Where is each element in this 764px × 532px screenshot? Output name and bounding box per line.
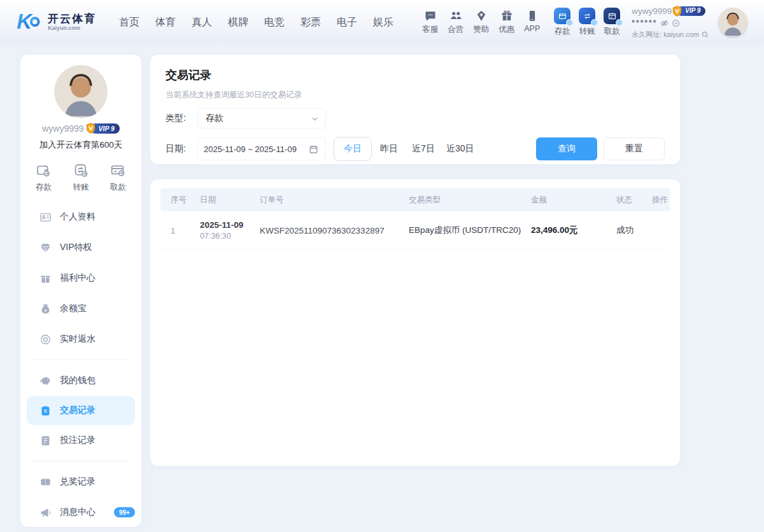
kaiyun-logo-icon: K	[17, 10, 43, 34]
nav-entertainment[interactable]: 娱乐	[373, 16, 393, 29]
vip-badge[interactable]: VIP 9	[677, 6, 705, 16]
sidebar-item-wallet[interactable]: 我的钱包	[20, 365, 141, 396]
chevron-circle-icon[interactable]	[672, 19, 680, 27]
nav-esports[interactable]: 电竞	[264, 16, 285, 29]
brand-logo[interactable]: K 开云体育 Kaiyun.com	[17, 10, 96, 34]
joined-days-text: 加入开云体育第600天	[20, 139, 141, 151]
sponsor-button[interactable]: 赞助	[473, 10, 489, 35]
sidebar-divider	[31, 461, 131, 461]
sidebar-item-label: 投注记录	[60, 435, 96, 446]
customer-service-button[interactable]: 客服	[422, 10, 438, 35]
range-today-button[interactable]: 今日	[334, 137, 372, 161]
sidebar-deposit-button[interactable]: 存款	[36, 162, 52, 193]
sidebar-item-transactions[interactable]: 交易记录	[27, 396, 135, 425]
piggy-wallet-icon	[39, 375, 52, 387]
promotions-label: 优惠	[499, 24, 514, 35]
magnifier-icon[interactable]	[701, 31, 709, 39]
promotions-button[interactable]: 优惠	[499, 10, 514, 35]
row-time: 07:36:30	[200, 232, 260, 241]
deposit-button[interactable]: 存款	[554, 8, 570, 37]
transfer-badge-dot	[591, 19, 598, 26]
sidebar-item-profile[interactable]: 个人资料	[20, 202, 141, 232]
range-yesterday-button[interactable]: 昨日	[372, 137, 406, 161]
sidebar-avatar-image	[54, 65, 108, 118]
nav-slots[interactable]: 电子	[337, 16, 357, 29]
sidebar-item-label: 我的钱包	[60, 375, 96, 386]
sidebar-item-rebate[interactable]: 实时返水	[20, 324, 141, 354]
transfer-label: 转账	[579, 26, 595, 37]
row-status: 成功	[616, 225, 652, 236]
nav-sports[interactable]: 体育	[155, 16, 176, 29]
sidebar-vip-shield-icon	[85, 122, 97, 134]
welfare-gift-icon	[39, 272, 52, 284]
gem-icon	[39, 242, 52, 254]
withdraw-button[interactable]: 取款	[604, 8, 620, 37]
diamond-badge-icon	[475, 10, 488, 22]
row-transaction-type: EBpay虚拟币 (USDT/TRC20)	[409, 225, 531, 236]
sidebar-item-bets[interactable]: 投注记录	[20, 425, 141, 456]
header-service-actions: 客服 合营 赞助 优惠 APP	[422, 10, 540, 35]
nav-lottery[interactable]: 彩票	[301, 16, 321, 29]
permanent-url-value[interactable]: kaiyun.com	[663, 30, 699, 40]
sidebar-deposit-label: 存款	[36, 182, 52, 193]
message-count-badge: 99+	[114, 507, 135, 517]
sidebar-username: wywy9999	[42, 123, 83, 134]
page-title: 交易记录	[166, 67, 665, 83]
header-user-block: wywy9999 VIP 9 ****** 永久网址: kaiyun.com	[632, 5, 709, 40]
sidebar-item-label: VIP特权	[60, 242, 92, 253]
money-bag-icon	[39, 303, 52, 315]
user-avatar[interactable]	[718, 8, 747, 37]
sidebar-item-prizes[interactable]: 兑奖记录	[20, 466, 141, 497]
quick-range-group: 今日 昨日 近7日 近30日	[334, 137, 480, 161]
col-status: 状态	[616, 195, 652, 206]
col-index: 序号	[171, 195, 200, 206]
nav-live[interactable]: 真人	[192, 16, 212, 29]
sidebar-item-label: 个人资料	[60, 211, 96, 223]
page-subtitle: 当前系统支持查询最近30日的交易记录	[166, 90, 665, 101]
sidebar-quick-actions: 存款 转账 取款	[20, 162, 141, 193]
row-amount: 23,496.00元	[531, 225, 616, 236]
sidebar-item-yuebao[interactable]: 余额宝	[20, 293, 141, 324]
type-select-value: 存款	[206, 113, 223, 124]
eye-off-icon[interactable]	[660, 19, 668, 27]
nav-home[interactable]: 首页	[119, 16, 139, 29]
sidebar-vip-badge[interactable]: VIP 9	[90, 123, 120, 134]
sidebar-transfer-label: 转账	[73, 182, 89, 193]
withdraw-label: 取款	[604, 26, 620, 37]
range-7days-button[interactable]: 近7日	[406, 137, 441, 161]
query-button[interactable]: 查询	[536, 137, 597, 160]
partnership-label: 合营	[448, 24, 463, 35]
main-nav: 首页 体育 真人 棋牌 电竞 彩票 电子 娱乐	[119, 16, 393, 29]
nav-chess[interactable]: 棋牌	[228, 16, 248, 29]
sidebar-transfer-button[interactable]: 转账	[73, 162, 89, 193]
sidebar-item-messages[interactable]: 消息中心 99+	[20, 497, 141, 527]
transfer-button[interactable]: 转账	[579, 8, 595, 37]
sidebar-item-vip[interactable]: VIP特权	[20, 232, 141, 263]
sidebar-item-label: 福利中心	[60, 272, 96, 284]
date-range-input[interactable]: 2025-11-09 ~ 2025-11-09	[197, 137, 326, 160]
partnership-button[interactable]: 合营	[448, 10, 463, 35]
transaction-record-icon	[39, 405, 52, 417]
sidebar-item-label: 实时返水	[60, 333, 96, 345]
type-filter-label: 类型:	[166, 113, 197, 124]
sidebar-item-label: 兑奖记录	[60, 476, 96, 487]
sidebar-withdraw-button[interactable]: 取款	[110, 162, 126, 193]
people-icon	[449, 10, 462, 22]
chat-icon	[424, 10, 437, 22]
sidebar-item-welfare[interactable]: 福利中心	[20, 263, 141, 293]
filter-card: 交易记录 当前系统支持查询最近30日的交易记录 类型: 存款 日期: 2025-…	[150, 55, 680, 164]
row-index: 1	[171, 226, 200, 235]
type-select[interactable]: 存款	[197, 108, 326, 129]
deposit-label: 存款	[555, 26, 570, 37]
app-download-button[interactable]: APP	[524, 10, 540, 35]
range-30days-button[interactable]: 近30日	[441, 137, 480, 161]
prize-ticket-icon	[39, 476, 52, 488]
username[interactable]: wywy9999	[632, 5, 672, 18]
reset-button[interactable]: 重置	[604, 137, 665, 160]
transactions-table-card: 序号 日期 订单号 交易类型 金额 状态 操作 1 2025-11-09 07:…	[150, 179, 680, 466]
brand-domain: Kaiyun.com	[48, 25, 96, 31]
deposit-icon	[554, 8, 570, 24]
sidebar-avatar[interactable]	[54, 65, 108, 118]
sidebar-item-label: 消息中心	[60, 507, 96, 518]
sidebar-item-label: 余额宝	[60, 303, 87, 314]
